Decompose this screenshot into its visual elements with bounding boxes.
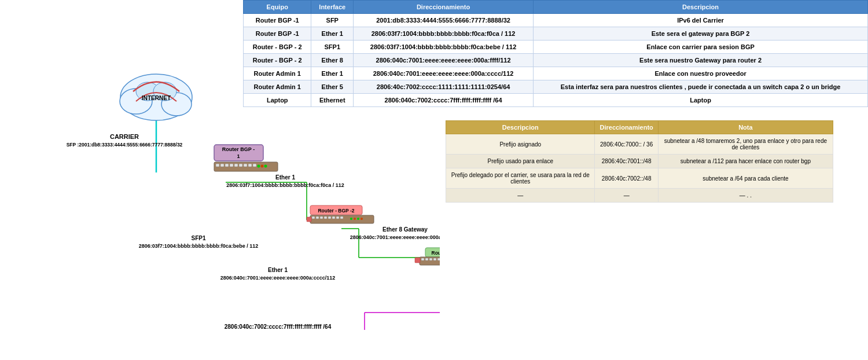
- second-table: Descripcion Direccionamiento Nota Prefij…: [446, 120, 833, 203]
- svg-rect-25: [248, 164, 252, 167]
- table2-cell-descripcion: Prefijo asignado: [446, 134, 595, 155]
- router-bgp2-box-label: Router - BGP -2: [318, 208, 354, 214]
- router-bgp1-box-label: Router BGP -: [222, 146, 255, 152]
- svg-rect-33: [316, 216, 319, 219]
- svg-point-42: [357, 218, 359, 220]
- second-table-section: Descripcion Direccionamiento Nota Prefij…: [446, 120, 833, 203]
- col2-direccionamiento: Direccionamiento: [595, 121, 658, 134]
- internet-label: INTERNET: [142, 95, 171, 101]
- admin1-ether1-label: Ether 1: [268, 267, 288, 273]
- svg-rect-38: [336, 216, 339, 219]
- table2-cell-direccionamiento: 2806:40c:7002::/48: [595, 168, 658, 189]
- svg-rect-37: [332, 216, 335, 219]
- svg-rect-49: [429, 258, 432, 260]
- svg-rect-19: [220, 164, 224, 167]
- svg-point-43: [361, 218, 363, 220]
- diagram-section: INTERNET CARRIER SFP :2001:db8:3333:4444…: [0, 0, 440, 360]
- svg-rect-47: [421, 258, 424, 260]
- svg-rect-39: [340, 216, 343, 219]
- bgp1-ether1-label: Ether 1: [275, 174, 295, 181]
- svg-rect-48: [425, 258, 428, 260]
- svg-rect-32: [312, 216, 315, 219]
- svg-rect-44: [307, 217, 311, 222]
- table2-cell-nota: — . .: [658, 189, 833, 203]
- svg-rect-22: [234, 164, 238, 167]
- table-cell-descripcion: IPv6 del Carrier: [534, 14, 868, 27]
- table2-cell-nota: subnetear a /112 para hacer enlace con r…: [658, 155, 833, 168]
- carrier-sfp-label: SFP :2001:db8:3333:4444:5555:6666:7777:8…: [67, 142, 183, 148]
- table-cell-descripcion: Enlace con nuestro proveedor: [534, 67, 868, 80]
- bgp2-ether8-addr: 2806:040c:7001:eeee:eeee:eeee:000a:ffff/…: [350, 234, 440, 240]
- col2-nota: Nota: [658, 121, 833, 134]
- table-cell-descripcion: Enlace con carrier para sesion BGP: [534, 41, 868, 54]
- table2-cell-descripcion: Prefijo delegado por el carrier, se usar…: [446, 168, 595, 189]
- col-descripcion: Descripcion: [534, 1, 868, 14]
- bgp2-sfp1-addr: 2806:03f7:1004:bbbb:bbbb:bbbb:f0ca:bebe …: [139, 243, 259, 249]
- laptop-addr-label: 2806:040c:7002:cccc:7fff:ffff:ffff:ffff …: [225, 324, 332, 330]
- svg-rect-21: [230, 164, 233, 167]
- svg-rect-26: [253, 164, 256, 167]
- svg-rect-23: [239, 164, 242, 167]
- table2-cell-direccionamiento: 2806:40c:7001::/48: [595, 155, 658, 168]
- svg-rect-20: [225, 164, 229, 167]
- svg-rect-18: [216, 164, 219, 167]
- bgp2-sfp1-label: SFP1: [191, 235, 205, 241]
- svg-rect-50: [433, 258, 436, 260]
- svg-text:1: 1: [237, 153, 240, 159]
- router-admin1-box-label: Router Admin 1: [432, 250, 440, 256]
- svg-rect-36: [328, 216, 331, 219]
- table2-cell-descripcion: —: [446, 189, 595, 203]
- table2-cell-descripcion: Prefijo usado para enlace: [446, 155, 595, 168]
- svg-rect-51: [437, 258, 440, 260]
- svg-rect-35: [324, 216, 327, 219]
- table2-cell-direccionamiento: 2806:40c:7000:: / 36: [595, 134, 658, 155]
- col2-descripcion: Descripcion: [446, 121, 595, 134]
- svg-point-27: [258, 165, 260, 168]
- table2-row: ——— . .: [446, 189, 833, 203]
- svg-rect-34: [320, 216, 323, 219]
- table2-row: Prefijo asignado2806:40c:7000:: / 36subn…: [446, 134, 833, 155]
- table2-row: Prefijo delegado por el carrier, se usar…: [446, 168, 833, 189]
- table2-row: Prefijo usado para enlace2806:40c:7001::…: [446, 155, 833, 168]
- table-cell-descripcion: Laptop: [534, 94, 868, 107]
- svg-rect-59: [415, 258, 420, 263]
- table-cell-descripcion: Este sera nuestro Gateway para router 2: [534, 54, 868, 67]
- svg-rect-24: [244, 164, 247, 167]
- bgp2-ether8-label: Ether 8 Gateway: [382, 226, 428, 233]
- table2-cell-direccionamiento: —: [595, 189, 658, 203]
- svg-point-40: [350, 218, 352, 220]
- table-cell-descripcion: Este sera el gateway para BGP 2: [534, 27, 868, 41]
- admin1-ether1-addr: 2806:040c:7001:eeee:eeee:eeee:000a:cccc/…: [220, 275, 336, 281]
- svg-point-28: [261, 165, 264, 168]
- svg-point-41: [354, 218, 356, 220]
- bgp1-ether1-addr: 2806:03f7:1004:bbbb:bbbb:bbbb:f0ca:f0ca …: [226, 182, 344, 188]
- svg-point-29: [264, 165, 267, 168]
- carrier-label: CARRIER: [110, 133, 139, 140]
- table-cell-descripcion: Esta interfaz sera para nuestros cliente…: [534, 80, 868, 94]
- table2-cell-nota: subnetear a /64 para cada cliente: [658, 168, 833, 189]
- table2-cell-nota: subnetear a /48 tomaremos 2, uno para en…: [658, 134, 833, 155]
